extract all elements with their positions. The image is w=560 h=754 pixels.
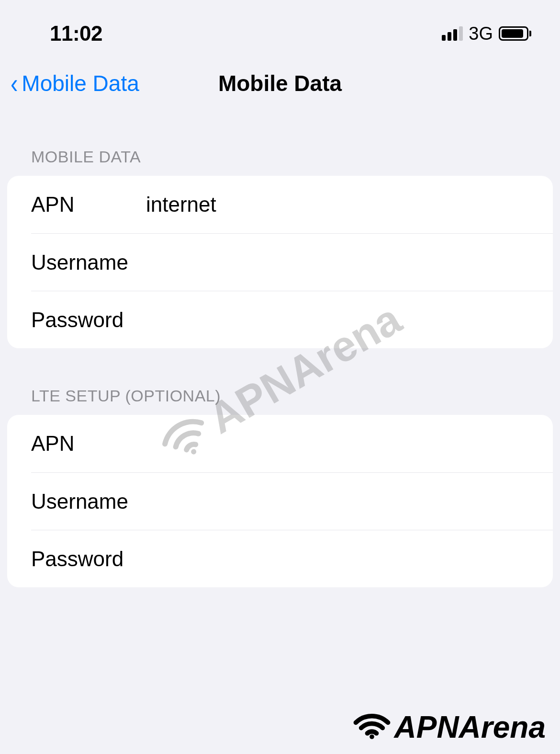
row-lte-apn[interactable]: APN	[7, 415, 553, 472]
row-lte-password[interactable]: Password	[31, 530, 553, 587]
content: MOBILE DATA APN Username Password LTE SE…	[0, 148, 560, 587]
back-label: Mobile Data	[22, 70, 139, 96]
password-label: Password	[31, 308, 146, 332]
row-username[interactable]: Username	[31, 233, 553, 291]
section-mobile-data: MOBILE DATA APN Username Password	[7, 148, 553, 348]
lte-username-label: Username	[31, 490, 146, 514]
status-bar: 11:02 3G	[0, 0, 560, 48]
section-header-mobile-data: MOBILE DATA	[7, 148, 553, 176]
apn-input[interactable]	[146, 193, 529, 217]
page-title: Mobile Data	[218, 70, 342, 96]
row-lte-username[interactable]: Username	[31, 472, 553, 530]
section-lte: LTE SETUP (OPTIONAL) APN Username Passwo…	[7, 387, 553, 587]
status-right: 3G	[442, 23, 531, 44]
nav-bar: ‹ Mobile Data Mobile Data	[0, 48, 560, 112]
section-header-lte: LTE SETUP (OPTIONAL)	[7, 387, 553, 415]
row-password[interactable]: Password	[31, 291, 553, 348]
username-input[interactable]	[146, 251, 529, 274]
lte-username-input[interactable]	[146, 490, 529, 514]
wifi-icon	[353, 707, 391, 747]
row-apn[interactable]: APN	[7, 176, 553, 233]
svg-point-1	[370, 734, 375, 739]
status-time: 11:02	[50, 22, 102, 46]
group-lte: APN Username Password	[7, 415, 553, 587]
chevron-left-icon: ‹	[11, 69, 18, 97]
lte-apn-label: APN	[31, 432, 146, 456]
lte-password-label: Password	[31, 547, 146, 571]
lte-password-input[interactable]	[146, 547, 529, 571]
watermark-bottom: APNArena	[353, 707, 546, 747]
apn-label: APN	[31, 193, 146, 217]
username-label: Username	[31, 251, 146, 274]
back-button[interactable]: ‹ Mobile Data	[10, 69, 139, 97]
battery-icon	[499, 26, 531, 41]
group-mobile-data: APN Username Password	[7, 176, 553, 348]
password-input[interactable]	[146, 308, 529, 332]
lte-apn-input[interactable]	[146, 432, 529, 456]
signal-icon	[442, 26, 463, 41]
network-type: 3G	[469, 23, 493, 44]
watermark-text: APNArena	[394, 709, 546, 745]
